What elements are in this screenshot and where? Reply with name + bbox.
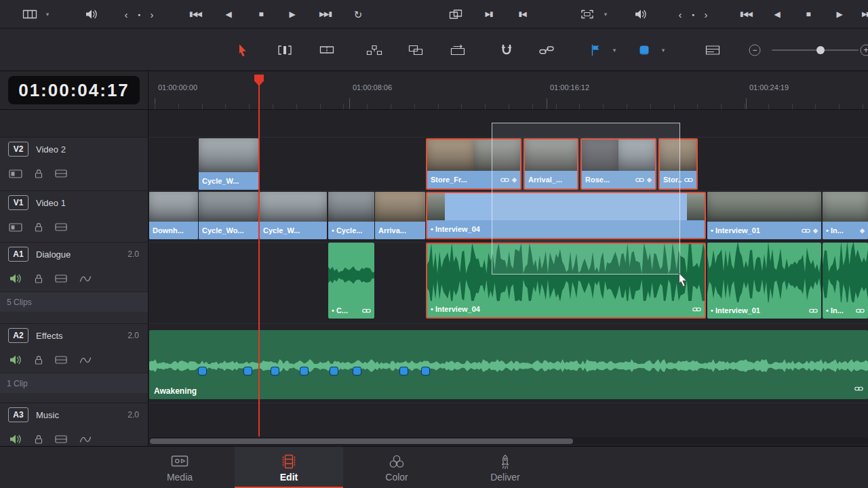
- link-clips-toggle[interactable]: [539, 45, 554, 54]
- zoom-in-button[interactable]: +: [861, 44, 868, 56]
- audio-clip[interactable]: • C...: [328, 243, 374, 319]
- source-go-to-end[interactable]: ▶▶▮: [319, 11, 332, 18]
- timeline-play[interactable]: ▶: [836, 10, 842, 18]
- speaker-icon[interactable]: [9, 273, 22, 284]
- auto-select-icon[interactable]: [55, 223, 67, 231]
- timeline-viewer-mode-chevron[interactable]: ▾: [604, 11, 608, 17]
- source-go-to-start[interactable]: ▮◀◀: [189, 11, 201, 18]
- loop-playback[interactable]: ↻: [354, 9, 363, 19]
- marker-button-chevron[interactable]: ▾: [662, 47, 665, 53]
- timeline-jog-forward[interactable]: ›: [705, 9, 708, 19]
- timeline-go-to-start[interactable]: ▮◀◀: [740, 11, 752, 18]
- source-jog-back[interactable]: ‹: [125, 9, 128, 19]
- timeline-marker[interactable]: [353, 367, 361, 375]
- track-header-video-1: V1Video 1: [0, 190, 149, 242]
- selection-tool[interactable]: [238, 43, 248, 56]
- video-clip[interactable]: • In...◆: [823, 192, 868, 239]
- track-id[interactable]: A2: [8, 328, 28, 343]
- automation-curve-icon[interactable]: [79, 275, 92, 283]
- zoom-out-button[interactable]: −: [749, 44, 761, 56]
- link-icon: [684, 177, 693, 183]
- replace-clip-button[interactable]: [450, 45, 465, 56]
- video-clip[interactable]: Arriva...: [375, 192, 425, 239]
- flag-button-chevron[interactable]: ▾: [613, 47, 616, 53]
- lock-icon[interactable]: [35, 222, 43, 232]
- audio-clip[interactable]: • Interview_01: [707, 243, 821, 319]
- track-id[interactable]: V1: [8, 195, 28, 210]
- nav-tab-color[interactable]: Color: [342, 447, 451, 488]
- nav-tab-edit[interactable]: Edit: [235, 447, 343, 488]
- source-viewer-mode[interactable]: [22, 9, 37, 20]
- timeline-marker[interactable]: [271, 367, 279, 375]
- timeline-volume[interactable]: [634, 9, 648, 20]
- video-clip[interactable]: • Cycle...: [328, 192, 374, 239]
- automation-curve-icon[interactable]: [79, 357, 92, 364]
- go-prev-edit[interactable]: ▮◀: [518, 11, 526, 18]
- timeline-step-back[interactable]: ◀: [774, 10, 780, 18]
- nav-label: Media: [167, 472, 193, 483]
- video-clip[interactable]: Cycle_Wo...: [199, 192, 258, 239]
- overwrite-clip-button[interactable]: [408, 45, 423, 56]
- lock-icon[interactable]: [35, 274, 43, 283]
- source-step-back[interactable]: ◀: [225, 10, 231, 18]
- match-frame[interactable]: [449, 9, 462, 19]
- marker-button[interactable]: [640, 45, 649, 54]
- lock-icon[interactable]: [35, 169, 43, 178]
- razor-tool[interactable]: [319, 45, 334, 55]
- source-jog-forward[interactable]: ›: [151, 9, 154, 19]
- timeline-scrollbar[interactable]: [149, 437, 868, 445]
- scrollbar-thumb[interactable]: [150, 439, 573, 444]
- timeline-marker[interactable]: [400, 367, 408, 375]
- source-volume[interactable]: [85, 9, 98, 20]
- nav-tab-deliver[interactable]: Deliver: [451, 447, 559, 488]
- flag-button[interactable]: [591, 44, 600, 56]
- video-clip[interactable]: Downh...: [149, 192, 198, 239]
- clip-thumbnail: [328, 192, 374, 222]
- track-name-row: A2Effects2.0: [0, 324, 149, 347]
- audio-clip[interactable]: • In...: [823, 243, 868, 319]
- timeline-go-to-end[interactable]: ▶▶▮: [862, 11, 868, 18]
- source-play[interactable]: ▶: [289, 10, 295, 18]
- timeline-marker[interactable]: [244, 367, 252, 375]
- timeline-jog-dot[interactable]: ●: [692, 12, 694, 16]
- timeline-stop[interactable]: ■: [806, 10, 810, 18]
- lock-icon[interactable]: [35, 434, 43, 444]
- speaker-icon[interactable]: [9, 354, 22, 365]
- track-id[interactable]: A3: [8, 407, 28, 422]
- source-viewer-mode-chevron[interactable]: ▾: [46, 11, 50, 17]
- source-jog-dot[interactable]: ●: [138, 12, 140, 16]
- nav-tab-media[interactable]: Media: [125, 447, 234, 488]
- playhead[interactable]: [258, 76, 260, 436]
- audio-clip[interactable]: Awakening: [149, 330, 868, 399]
- go-next-edit[interactable]: ▶▮: [485, 11, 492, 18]
- auto-select-icon[interactable]: [55, 356, 67, 364]
- trim-edit-tool[interactable]: [277, 45, 292, 56]
- track-header-effects: A2Effects2.01 Clip: [0, 323, 149, 403]
- timeline-view-options[interactable]: [705, 45, 720, 55]
- track-id[interactable]: A1: [8, 247, 28, 262]
- timeline-marker[interactable]: [199, 367, 206, 375]
- video-clip[interactable]: Cycle_W...: [260, 192, 327, 239]
- insert-clip-button[interactable]: [366, 45, 382, 56]
- timeline-viewer-mode[interactable]: [580, 9, 594, 19]
- timeline-jog-back[interactable]: ‹: [679, 9, 682, 19]
- source-stop[interactable]: ■: [258, 10, 263, 18]
- timeline-marker[interactable]: [330, 367, 338, 375]
- zoom-slider-handle[interactable]: [816, 46, 825, 54]
- auto-select-icon[interactable]: [55, 274, 67, 283]
- destination-icon[interactable]: [9, 223, 22, 232]
- automation-curve-icon[interactable]: [79, 436, 92, 443]
- auto-select-icon[interactable]: [55, 435, 67, 443]
- timeline-marker[interactable]: [422, 367, 429, 375]
- track-id[interactable]: V2: [8, 142, 28, 157]
- zoom-slider[interactable]: [772, 45, 859, 55]
- auto-select-icon[interactable]: [55, 169, 67, 178]
- video-clip[interactable]: • Interview_01◆: [707, 192, 821, 239]
- lock-icon[interactable]: [35, 355, 43, 365]
- timeline-marker[interactable]: [300, 367, 308, 375]
- video-clip[interactable]: Cycle_W...: [199, 138, 258, 190]
- destination-icon[interactable]: [9, 169, 22, 178]
- speaker-icon[interactable]: [9, 434, 22, 445]
- timecode-panel: 01:00:04:17: [0, 71, 149, 110]
- snapping-toggle[interactable]: [500, 44, 513, 56]
